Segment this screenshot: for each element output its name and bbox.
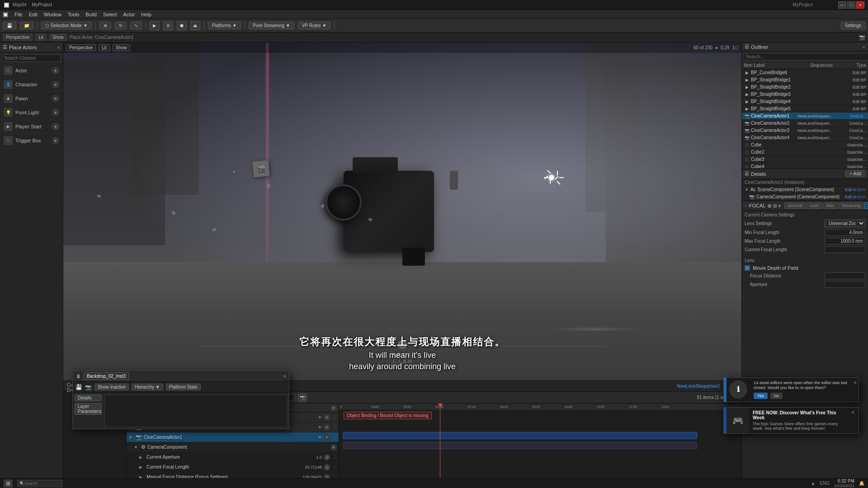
taskbar-search-input[interactable] [24,481,61,486]
focal-icon-2[interactable]: ⊟ [773,203,777,208]
timeline-clip-cine1[interactable] [343,432,697,439]
menu-item-edit[interactable]: Edit [29,12,38,17]
track-add-track-btn[interactable]: + [324,414,330,421]
track-focal-more[interactable]: ⋮ [333,465,337,469]
outliner-item-straight5[interactable]: ▶ BP_StraightBridge5 Edit BP [742,105,868,113]
focal-tab-actor[interactable]: Actor [806,202,822,209]
sw-details-tab[interactable]: Details [75,394,102,401]
ue-yes-btn[interactable]: Yes [754,393,768,399]
details-tree-item-scene[interactable]: ▼ Ac SceneComponent (SceneComponent) Edi… [742,186,868,193]
track-aperture-more[interactable]: ⋮ [333,455,337,460]
taskbar-start-btn[interactable]: ⊞ [4,479,13,488]
track-eye-btn-sel[interactable]: 👁 [318,435,322,440]
small-window-show-inactive-btn[interactable]: Show Inactive [94,384,129,390]
track-eye-btn-1[interactable]: 👁 [318,425,322,430]
actor-item-point-light[interactable]: 💡 Point Light + [0,106,63,120]
menu-item-window[interactable]: Window [44,12,61,17]
focal-icon-3[interactable]: ≡ [778,203,781,208]
ue-no-btn[interactable]: No [770,393,783,399]
eject-btn[interactable]: ⏏ [190,21,200,30]
track-add-keyframe-btn-fl[interactable]: ◇ [324,464,330,470]
track-row-camera-comp[interactable]: ▼ ⚙ CameraComponent + [127,442,339,452]
actor-item-player-start[interactable]: ▶ Player Start + [0,120,63,134]
outliner-item-cube2[interactable]: □ Cube2 StaticMe... [742,149,868,156]
track-more-btn-1[interactable]: ⋮ [333,425,337,430]
menu-item-file[interactable]: File [14,12,23,17]
new-level-btn[interactable]: 📁 [20,22,33,29]
notification-btn[interactable]: 🔔 [859,481,864,486]
sw-layer-params-tab[interactable]: Layer Parameters [75,403,102,415]
seq-playhead[interactable] [440,404,440,488]
focal-current-focal-input[interactable]: 20.71048 [825,246,865,253]
timeline-clip-comp[interactable] [343,442,697,449]
details-camera-action[interactable]: Edit In C++ [845,195,865,199]
rotate-btn[interactable]: ↻ [115,22,127,29]
menu-item-tools[interactable]: Tools [68,12,80,17]
outliner-item-cine2[interactable]: 📷 CineCameraActor2 NewLevelSequence2 Cin… [742,120,868,127]
taskbar-search-area[interactable]: 🔍 [17,480,62,487]
save-btn[interactable]: 💾 [3,22,16,29]
actor-item-character[interactable]: 👤 Character + [0,78,63,92]
focal-icon-1[interactable]: ⊞ [768,203,771,208]
outliner-item-straight2[interactable]: ▶ BP_StraightBridge2 Edit BP [742,84,868,91]
details-scene-action[interactable]: Edit In C++ [845,188,865,192]
outliner-item-straight1[interactable]: ▶ BP_StraightBridge1 Edit BP [742,76,868,84]
outliner-search-input[interactable] [744,53,868,61]
maximize-btn[interactable]: □ [847,1,855,9]
outliner-item-straight3[interactable]: ▶ BP_StraightBridge3 Edit BP [742,91,868,98]
pause-btn[interactable]: ⏸ [163,21,173,30]
viewport-show-overlay-btn[interactable]: Show [113,44,130,51]
focal-focus-dist-input[interactable] [825,272,865,279]
outliner-item-cine3[interactable]: 📷 CineCameraActor3 NewLevelSequence2 Cin… [742,127,868,134]
actor-item-actor[interactable]: ⬡ Actor + [0,64,63,78]
track-row-cine1-selected[interactable]: ▼ 📷 CineCameraActor1 👁 + ⋮ [127,432,339,442]
pixel-streaming-btn[interactable]: Pixel Streaming ▼ [249,22,294,29]
small-window-platform-stats-btn[interactable]: Platform Stats [166,384,201,390]
actor-add-btn-trigger-box[interactable]: + [52,137,59,144]
focal-tab-misc[interactable]: Misc [823,202,838,209]
close-btn[interactable]: × [856,1,864,9]
menu-item-build[interactable]: Build [86,12,97,17]
track-row-focal[interactable]: ▶ Current Focal Length 20.71148 ◇ ⋮ [127,462,339,472]
outliner-item-cube[interactable]: □ Cube StaticMe... [742,141,868,149]
track-more-btn-sel[interactable]: ⋮ [333,435,337,440]
focal-tab-all[interactable]: All [864,202,868,209]
actor-add-btn-actor[interactable]: + [52,67,59,74]
menu-item-actor[interactable]: Actor [123,12,135,17]
transform-btn[interactable]: ⊕ [99,22,111,29]
place-actors-close-icon[interactable]: × [57,45,60,50]
actor-item-trigger-box[interactable]: □ Trigger Box + [0,134,63,148]
viewport-perspective-btn[interactable]: Perspective [3,34,33,41]
track-add-btn[interactable]: + [330,405,337,411]
focal-tab-general[interactable]: General [784,202,805,209]
track-add-track-btn-cc[interactable]: + [330,444,337,450]
actor-add-btn-player-start[interactable]: + [52,123,59,130]
actor-add-btn-point-light[interactable]: + [52,109,59,116]
stop-btn[interactable]: ⏹ [177,21,187,30]
viewport-perspective-overlay-btn[interactable]: Perspective [66,44,96,51]
epic-close-btn[interactable]: × [849,408,859,433]
track-add-track-btn-sel[interactable]: + [324,434,330,441]
outliner-item-straight4[interactable]: ▶ BP_StraightBridge4 Edit BP [742,98,868,105]
outliner-item-curvbridge6[interactable]: ▶ BP_CurveBridge6 Edit BP [742,69,868,76]
focal-aperture-input[interactable] [825,281,865,288]
small-window-tab-main[interactable]: Backdrop_02_Inst3 [84,372,129,380]
actor-item-pawn[interactable]: ♟ Pawn + [0,92,63,106]
outliner-item-cube4[interactable]: □ Cube4 StaticMe... [742,163,868,169]
details-add-button[interactable]: + Add [845,170,865,177]
small-window-save-icon[interactable]: 💾 [75,384,82,390]
minimize-btn[interactable]: — [838,1,846,9]
scale-btn[interactable]: ⤡ [130,22,142,29]
play-btn[interactable]: ▶ [150,21,160,30]
place-actors-search[interactable] [2,54,61,62]
outliner-close-btn[interactable]: × [863,44,865,50]
focal-dof-toggle[interactable]: ✓ Movie Depth of Field [745,264,865,272]
viewport-lit-overlay-btn[interactable]: Lit [99,44,110,51]
viewport[interactable]: 🎬 [63,42,741,380]
actor-add-btn-pawn[interactable]: + [52,95,59,102]
seq-timeline[interactable]: 0 0085 0095 0095 0744 0813 0915 1006 105… [339,404,741,488]
outliner-item-cine4[interactable]: 📷 CineCameraActor4 NewLevelSequence2 Cin… [742,134,868,141]
ue-close-btn[interactable]: × [852,378,859,402]
focal-lens-settings-select[interactable]: Universal Zoom [825,220,865,227]
platforms-btn[interactable]: Platforms ▼ [208,22,241,29]
